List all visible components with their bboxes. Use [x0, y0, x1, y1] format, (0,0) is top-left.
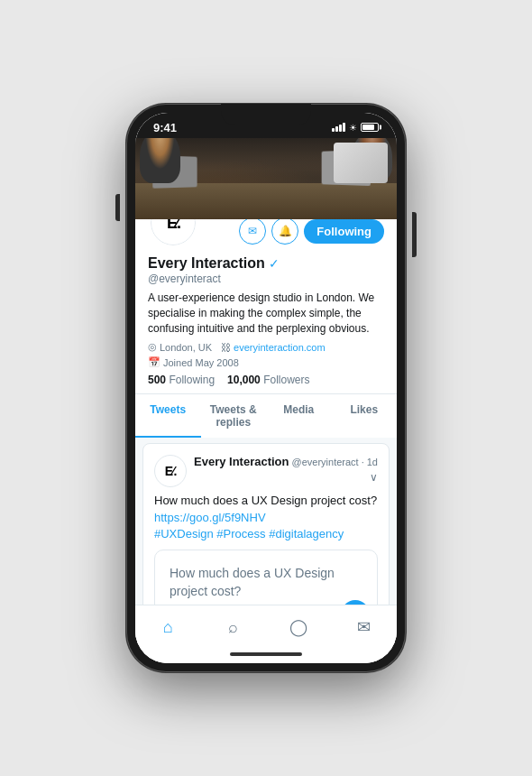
home-indicator: [135, 647, 397, 663]
followers-stat[interactable]: 10,000 Followers: [227, 374, 309, 386]
followers-label: Followers: [263, 374, 309, 386]
notifications-button[interactable]: 🔔: [271, 217, 298, 245]
following-label: Following: [169, 374, 215, 386]
tweet-header: E⁄. Every Interaction @everyinteract · 1…: [154, 455, 378, 487]
website-link[interactable]: everyinteraction.com: [234, 342, 326, 353]
tweet-author-name: Every Interaction: [194, 455, 289, 468]
tab-media[interactable]: Media: [266, 394, 332, 438]
cover-photo: [135, 138, 397, 219]
tweet-separator: ·: [362, 457, 364, 467]
nav-messages[interactable]: ✉: [348, 614, 381, 640]
tweet-preview-text: How much does a UX Design project cost?: [170, 565, 362, 600]
follow-stats: 500 Following 10,000 Followers: [148, 374, 384, 386]
tweet-author-handle: @everyinteract: [292, 457, 359, 467]
bottom-nav: ⌂ ⌕ ◯ ✉: [135, 605, 397, 647]
tweet-meta: Every Interaction @everyinteract · 1d ∨: [194, 455, 378, 484]
calendar-icon: 📅: [148, 356, 161, 368]
following-count: 500: [148, 374, 166, 386]
tweet-more-icon[interactable]: ∨: [370, 471, 378, 484]
tab-tweets-replies[interactable]: Tweets & replies: [201, 394, 267, 438]
tweet-preview-footer: Every Interaction Every Interaction E⁄. …: [265, 600, 370, 605]
profile-actions: ✉ 🔔 Following: [239, 217, 384, 248]
tweet-link[interactable]: https://goo.gl/5f9NHV: [154, 511, 266, 524]
envelope-icon: ✉: [248, 225, 257, 237]
tweet-time: 1d: [367, 457, 378, 467]
nav-home[interactable]: ⌂: [151, 614, 184, 640]
location-meta: ◎ London, UK: [148, 341, 212, 353]
home-icon: ⌂: [163, 618, 173, 637]
following-stat[interactable]: 500 Following: [148, 374, 215, 386]
battery-icon: [361, 123, 379, 132]
home-bar: [230, 652, 302, 656]
location-icon: ◎: [148, 341, 157, 353]
location-text: London, UK: [160, 342, 212, 353]
bell-icon: 🔔: [279, 225, 292, 237]
link-icon: ⛓: [221, 342, 231, 353]
notifications-nav-icon: ◯: [289, 617, 307, 637]
tweet-text: How much does a UX Design project cost?: [154, 494, 377, 507]
profile-section: E⁄. ✉ 🔔 Following Every Interact: [135, 219, 397, 394]
compose-button[interactable]: ★: [341, 600, 370, 605]
profile-tabs: Tweets Tweets & replies Media Likes: [135, 394, 397, 438]
tab-likes[interactable]: Likes: [332, 394, 398, 438]
nav-search[interactable]: ⌕: [217, 614, 250, 640]
tweet-card: E⁄. Every Interaction @everyinteract · 1…: [142, 443, 390, 605]
message-button[interactable]: ✉: [239, 217, 266, 245]
search-icon: ⌕: [228, 618, 238, 637]
nav-notifications[interactable]: ◯: [282, 614, 315, 640]
status-icons: ☀: [332, 123, 379, 133]
followers-count: 10,000: [227, 374, 261, 386]
messages-nav-icon: ✉: [357, 617, 371, 637]
tweet-body: How much does a UX Design project cost? …: [154, 493, 378, 542]
following-button[interactable]: Following: [304, 219, 384, 244]
tweet-feed: E⁄. Every Interaction @everyinteract · 1…: [135, 438, 397, 605]
join-row: 📅 Joined May 2008: [148, 356, 384, 368]
website-meta[interactable]: ⛓ everyinteraction.com: [221, 341, 326, 353]
tweet-hashtags[interactable]: #UXDesign #Process #digitalagency: [154, 527, 344, 540]
status-time: 9:41: [153, 121, 177, 134]
wifi-icon: ☀: [349, 123, 357, 133]
signal-bars-icon: [332, 123, 345, 132]
join-date: Joined May 2008: [163, 357, 239, 368]
tweet-author-avatar: E⁄.: [154, 455, 187, 487]
tweet-preview-inner: How much does a UX Design project cost?: [155, 550, 377, 605]
verified-badge-icon: ✓: [269, 256, 280, 271]
tweet-preview-card[interactable]: How much does a UX Design project cost? …: [154, 550, 378, 605]
profile-name: Every Interaction: [148, 255, 265, 272]
profile-handle: @everyinteract: [148, 273, 384, 285]
profile-bio: A user-experience design studio in Londo…: [148, 291, 384, 336]
profile-meta: ◎ London, UK ⛓ everyinteraction.com: [148, 341, 384, 353]
tab-tweets[interactable]: Tweets: [135, 394, 201, 438]
profile-name-row: Every Interaction ✓: [148, 255, 384, 272]
